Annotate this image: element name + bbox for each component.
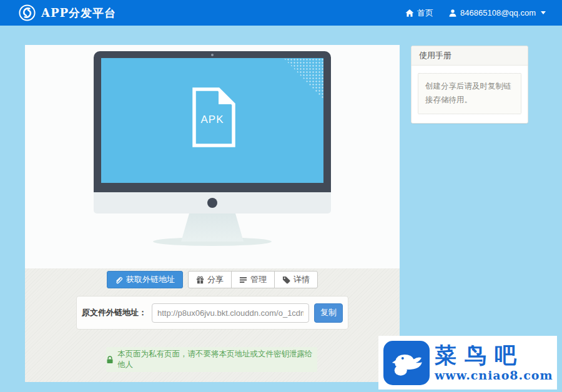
tab-label: 获取外链地址: [126, 274, 175, 285]
apk-file-label: APK: [188, 114, 237, 126]
private-page-notice: 本页面为私有页面，请不要将本页地址或文件密钥泄露给他人: [106, 347, 317, 372]
home-icon: [405, 9, 414, 17]
tab-manage[interactable]: 管理: [231, 271, 275, 288]
chevron-down-icon: [541, 11, 546, 14]
lock-icon: [106, 356, 114, 364]
tab-label: 管理: [250, 274, 267, 285]
monitor-chin: [94, 192, 331, 213]
dotted-triangle-decor: [283, 58, 323, 99]
external-link-form: 原文件外链地址： 复制: [76, 296, 348, 330]
manual-panel-body: 创建分享后请及时复制链接存储待用。: [412, 66, 528, 123]
monitor-bezel: APK: [94, 51, 331, 192]
watermark-text: 菜鸟吧 www.cniao8.com: [430, 343, 553, 383]
user-email: 846865108@qq.com: [460, 8, 536, 17]
manual-tip-text: 创建分享后请及时复制链接存储待用。: [418, 73, 521, 114]
copy-button[interactable]: 复制: [314, 303, 343, 323]
tab-bar: 获取外链地址 分享: [25, 271, 400, 288]
actions-section: 获取外链地址 分享: [25, 268, 400, 382]
tab-get-external-link[interactable]: 获取外链地址: [107, 271, 183, 288]
monitor-illustration: APK: [94, 51, 331, 246]
brand[interactable]: APP分发平台: [19, 4, 116, 21]
gift-icon: [196, 276, 204, 284]
brand-title: APP分发平台: [41, 6, 116, 21]
url-field-label: 原文件外链地址：: [82, 307, 147, 318]
list-icon: [239, 276, 247, 284]
tab-details[interactable]: 详情: [274, 271, 318, 288]
navbar-right: 首页 846865108@qq.com: [405, 7, 546, 19]
page: APP分发平台 首页 846865108@qq.com: [0, 0, 562, 392]
manual-panel-title: 使用手册: [412, 46, 528, 66]
preview-section: APK: [25, 45, 400, 268]
tab-label: 详情: [293, 274, 310, 285]
nav-home-link[interactable]: 首页: [405, 7, 433, 19]
watermark-url: www.cniao8.com: [435, 368, 553, 382]
tab-group: 分享 管理: [188, 271, 318, 288]
bird-logo-icon: [383, 341, 430, 385]
watermark-title: 菜鸟吧: [435, 343, 553, 368]
monitor-camera-dot: [211, 54, 214, 56]
tab-share[interactable]: 分享: [188, 271, 232, 288]
apk-file-icon: APK: [188, 86, 237, 149]
user-icon: [448, 9, 457, 17]
tab-label: 分享: [207, 274, 224, 285]
top-navbar: APP分发平台 首页 846865108@qq.com: [0, 0, 562, 26]
tag-icon: [282, 276, 290, 284]
notice-text: 本页面为私有页面，请不要将本页地址或文件密钥泄露给他人: [117, 349, 317, 370]
manual-panel: 使用手册 创建分享后请及时复制链接存储待用。: [411, 46, 528, 124]
nav-home-label: 首页: [417, 7, 433, 19]
user-menu[interactable]: 846865108@qq.com: [448, 8, 546, 17]
paperclip-icon: [115, 276, 123, 284]
brand-logo-icon: [19, 4, 36, 21]
main-card: APK: [25, 45, 400, 382]
monitor-logo-dot: [207, 198, 217, 208]
monitor-stand-neck: [181, 213, 244, 242]
external-url-input[interactable]: [152, 303, 309, 323]
site-watermark: 菜鸟吧 www.cniao8.com: [378, 336, 557, 390]
monitor-screen: APK: [101, 58, 323, 183]
